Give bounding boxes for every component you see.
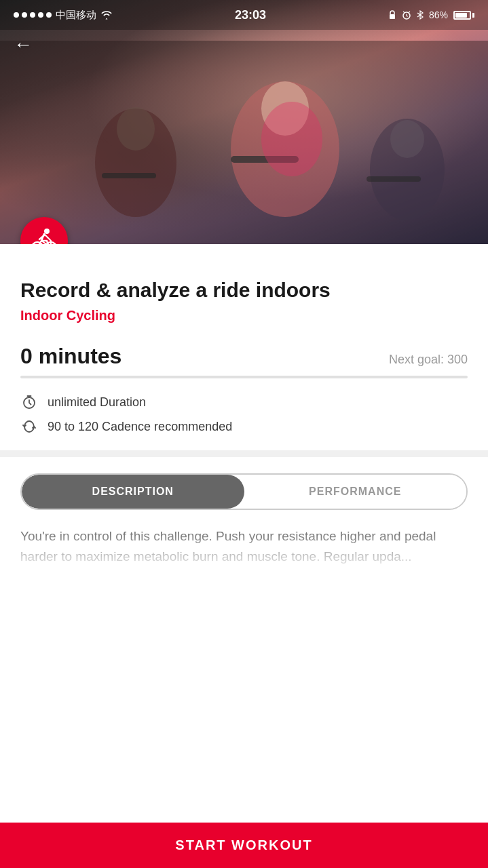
- svg-rect-0: [390, 14, 395, 19]
- svg-point-14: [261, 102, 322, 176]
- svg-point-11: [390, 120, 424, 158]
- tabs-container[interactable]: DESCRIPTION PERFORMANCE: [20, 473, 468, 510]
- signal-dots: [14, 12, 52, 18]
- info-row-cadence: 90 to 120 Cadence recommended: [20, 419, 468, 434]
- status-bar: 中国移动 23:03 86%: [0, 0, 488, 30]
- stats-row: 0 minutes Next goal: 300: [20, 344, 468, 369]
- back-button[interactable]: ←: [14, 34, 33, 56]
- hero-cyclists-svg: [0, 41, 488, 244]
- svg-rect-13: [367, 176, 421, 182]
- cadence-text: 90 to 120 Cadence recommended: [48, 420, 232, 434]
- carrier-name: 中国移动: [56, 9, 96, 22]
- wifi-icon: [100, 10, 113, 20]
- bluetooth-icon: [417, 10, 424, 20]
- cadence-icon: [20, 419, 38, 434]
- main-content: Record & analyze a ride indoors Indoor C…: [0, 244, 488, 434]
- status-time: 23:03: [235, 8, 266, 22]
- battery-percent: 86%: [429, 9, 448, 20]
- description-text: You're in control of this challenge. Pus…: [20, 526, 468, 568]
- cycling-icon-svg: [29, 226, 59, 244]
- start-workout-button[interactable]: START WORKOUT: [0, 823, 488, 868]
- next-goal: Next goal: 300: [389, 353, 468, 367]
- lock-icon: [388, 10, 396, 20]
- tab-description[interactable]: DESCRIPTION: [22, 475, 244, 509]
- svg-point-9: [117, 107, 155, 151]
- progress-bar: [20, 376, 468, 378]
- hero-image: ←: [0, 0, 488, 244]
- workout-title: Record & analyze a ride indoors: [20, 278, 468, 302]
- workout-category: Indoor Cycling: [20, 308, 468, 323]
- alarm-icon: [402, 10, 411, 20]
- start-button-label: START WORKOUT: [175, 837, 312, 852]
- tabs-section: DESCRIPTION PERFORMANCE You're in contro…: [0, 473, 488, 649]
- minutes-count: 0 minutes: [20, 344, 121, 369]
- timer-icon: [20, 395, 38, 410]
- battery-indicator: [453, 11, 474, 20]
- svg-rect-12: [102, 173, 156, 178]
- section-divider: [0, 450, 488, 457]
- svg-point-15: [44, 229, 50, 234]
- info-row-duration: unlimited Duration: [20, 395, 468, 410]
- tab-performance[interactable]: PERFORMANCE: [244, 475, 467, 509]
- status-left: 中国移动: [14, 9, 113, 22]
- duration-text: unlimited Duration: [48, 395, 146, 410]
- status-right: 86%: [388, 9, 474, 20]
- description-container: You're in control of this challenge. Pus…: [20, 526, 468, 568]
